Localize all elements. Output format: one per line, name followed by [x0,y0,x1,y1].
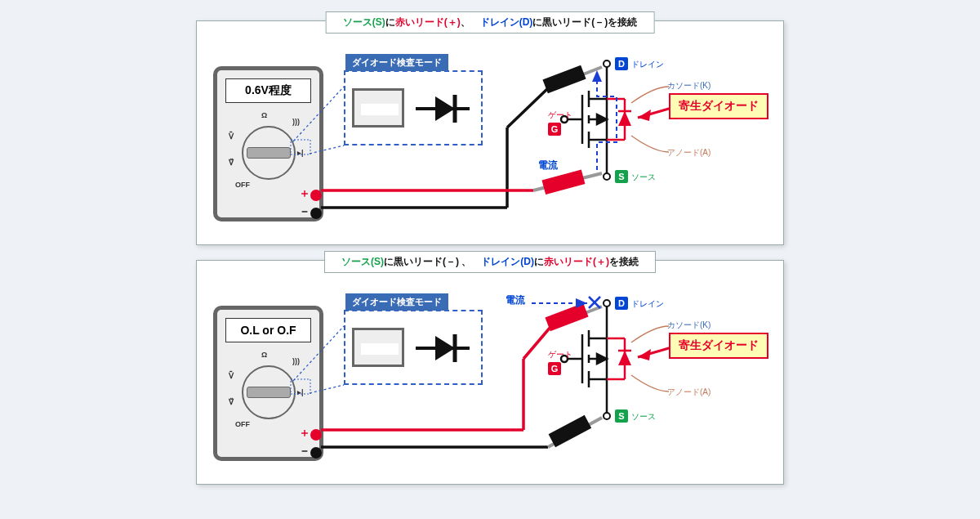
svg-line-26 [507,88,548,128]
circuit-diagram [197,21,785,246]
drain-label: ドレイン [631,298,664,310]
svg-marker-13 [597,114,607,124]
gate-chip: G [548,123,561,136]
svg-rect-31 [541,170,585,195]
svg-rect-63 [545,303,588,332]
circuit-diagram [197,261,785,485]
anode-label: アノード(A) [667,147,710,159]
svg-point-23 [604,173,610,180]
svg-rect-28 [542,65,586,94]
gate-label: ゲート [548,110,572,121]
parasitic-diode-callout: 寄生ダイオード [669,93,768,119]
svg-line-61 [523,326,551,359]
drain-chip: D [615,297,628,310]
gate-chip: G [548,362,561,375]
svg-point-58 [604,413,610,419]
cathode-label: カソード(K) [667,320,710,331]
anode-label: アノード(A) [667,387,710,398]
parasitic-diode-callout: 寄生ダイオード [669,333,768,359]
svg-rect-66 [549,415,592,447]
cathode-label: カソード(K) [667,80,710,92]
svg-marker-55 [618,351,631,365]
svg-marker-20 [618,111,631,126]
source-chip: S [615,170,628,183]
svg-marker-48 [597,354,607,364]
svg-marker-34 [638,110,651,121]
svg-marker-72 [638,349,651,360]
source-label: ソース [631,411,656,423]
svg-point-57 [604,300,610,306]
current-label: 電流 [538,159,558,172]
source-chip: S [615,409,628,423]
svg-point-22 [604,60,610,67]
drain-chip: D [615,57,628,70]
current-label: 電流 [506,293,525,307]
drain-label: ドレイン [631,59,664,70]
source-label: ソース [631,172,656,183]
panel-forward-bias: ソース(S)に赤いリード(＋)、 ドレイン(D)に黒いリード(－)を接続 0.6… [196,20,784,245]
panel-reverse-bias: ソース(S)に黒いリード(－) 、 ドレイン(D)に赤いリード(＋)を接続 O.… [196,260,784,485]
gate-label: ゲート [548,349,572,360]
